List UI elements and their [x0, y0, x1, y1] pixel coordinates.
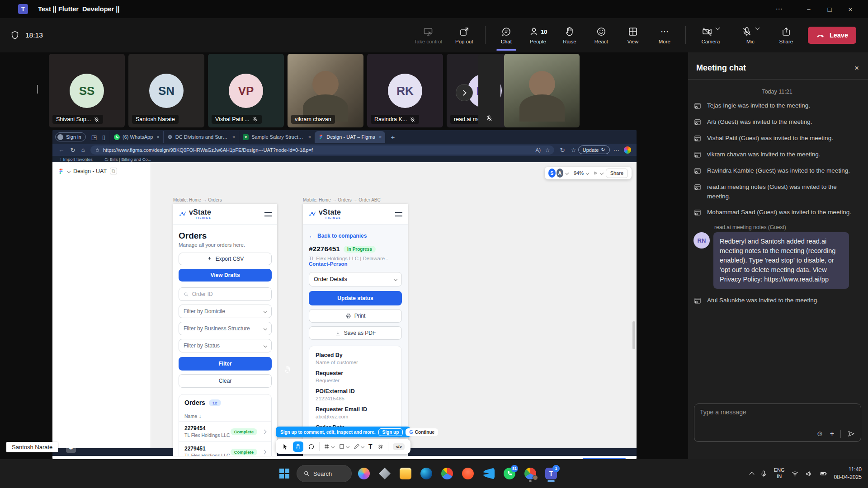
tab-close-icon[interactable]: ×: [232, 134, 235, 140]
tiles-next-icon[interactable]: [456, 84, 473, 101]
participant-tile-partial[interactable]: [478, 54, 500, 127]
app-button[interactable]: [376, 465, 393, 482]
workspaces-icon[interactable]: ◳: [91, 134, 97, 141]
order-details-select[interactable]: Order Details: [309, 272, 402, 286]
taskbar-clock[interactable]: 11:4008-04-2025: [834, 466, 862, 481]
back-icon[interactable]: ←: [58, 146, 65, 153]
browser-tab-figma[interactable]: Design - UAT – Figma ×: [315, 131, 385, 143]
browser-tab-whatsapp[interactable]: (6) WhatsApp ×: [110, 131, 163, 143]
google-continue-button[interactable]: G Continue: [406, 428, 438, 436]
zoom-level[interactable]: 94%: [574, 170, 584, 176]
chat-close-icon[interactable]: ×: [854, 64, 859, 73]
participant-tile[interactable]: vikram chavan: [288, 54, 363, 127]
favorite-star-icon[interactable]: ☆: [545, 147, 550, 153]
copy-icon[interactable]: ⧉: [110, 168, 117, 174]
browser-update-button[interactable]: Update ↻: [578, 145, 610, 154]
language-switcher[interactable]: ENGIN: [774, 467, 785, 480]
refresh-sync-icon[interactable]: ↻: [560, 146, 565, 154]
more-button[interactable]: ⋯ More: [650, 26, 679, 44]
favorites-bar-icon[interactable]: ☆: [571, 146, 576, 154]
import-favorites-link[interactable]: ↑ Import favorites: [60, 157, 93, 162]
play-chevron-icon[interactable]: [600, 171, 604, 175]
hamburger-icon[interactable]: [264, 212, 272, 216]
file-explorer-button[interactable]: [397, 465, 414, 482]
pop-out-button[interactable]: Pop out: [450, 26, 479, 44]
attach-plus-icon[interactable]: +: [830, 430, 834, 438]
teams-button[interactable]: T 1: [542, 465, 560, 482]
read-aloud-icon[interactable]: A): [536, 147, 541, 153]
tray-expand-icon[interactable]: [749, 472, 754, 477]
send-icon[interactable]: [847, 430, 855, 438]
browser-tab-excel[interactable]: X Sample Salary Structure with calc ×: [239, 131, 315, 143]
resources-tool-icon[interactable]: [377, 443, 384, 450]
camera-button[interactable]: Camera: [692, 26, 729, 44]
window-more-icon[interactable]: ⋯: [769, 0, 789, 18]
pen-tool-icon[interactable]: [354, 443, 364, 450]
window-minimize-button[interactable]: −: [798, 0, 819, 18]
wifi-icon[interactable]: [791, 470, 799, 478]
participant-tile[interactable]: VP Vishal Patil ...: [208, 54, 284, 127]
filter-structure-select[interactable]: Filter by Business Structure: [179, 322, 272, 335]
comment-tool-icon[interactable]: [308, 443, 315, 450]
order-id-search[interactable]: [179, 287, 272, 301]
canvas-scrollbar[interactable]: [632, 321, 635, 349]
filter-button[interactable]: Filter: [179, 357, 272, 371]
emoji-icon[interactable]: ☺: [816, 430, 823, 438]
export-csv-button[interactable]: Export CSV: [179, 253, 272, 265]
figma-doc-title[interactable]: Design - UAT: [73, 168, 107, 174]
mic-chevron-icon[interactable]: [755, 26, 760, 30]
refresh-icon[interactable]: ↻: [71, 146, 75, 154]
order-row[interactable]: 2279454 TL Flex Holdings LLC Complete: [179, 421, 271, 441]
volume-icon[interactable]: [805, 470, 813, 478]
column-header[interactable]: Name: [184, 413, 197, 419]
take-control-button[interactable]: Take control: [409, 26, 447, 44]
window-maximize-button[interactable]: □: [819, 0, 840, 18]
whatsapp-button[interactable]: 81: [501, 465, 518, 482]
copilot-icon[interactable]: [624, 146, 631, 154]
share-button[interactable]: Share: [772, 26, 801, 44]
copilot-button[interactable]: [355, 465, 373, 482]
shape-tool-icon[interactable]: [339, 443, 349, 450]
frame-label[interactable]: Mobile: Home → Orders → Order ABC: [303, 197, 381, 202]
address-bar[interactable]: https://www.figma.com/design/9BKQ0FOHRWa…: [90, 145, 554, 155]
new-tab-icon[interactable]: +: [391, 133, 395, 141]
collaborator-avatar[interactable]: A: [557, 169, 564, 178]
print-button[interactable]: Print: [309, 309, 402, 323]
browser-menu-icon[interactable]: ⋯: [613, 146, 620, 154]
favorites-folder-link[interactable]: 🗀 Bills | Billing and Co...: [104, 157, 151, 162]
tab-close-icon[interactable]: ×: [379, 134, 382, 140]
collaborator-avatar[interactable]: S: [548, 169, 556, 178]
brave-button[interactable]: [459, 465, 476, 482]
update-status-button[interactable]: Update status: [309, 291, 402, 305]
move-tool-icon[interactable]: [282, 443, 288, 450]
leave-button[interactable]: Leave: [808, 27, 856, 44]
browser-tab-dc[interactable]: DC Divisions and Surroundings ×: [163, 131, 239, 143]
save-as-pdf-button[interactable]: Save as PDF: [309, 326, 402, 340]
frame-label[interactable]: Mobile: Home → Orders: [173, 197, 222, 202]
tab-close-icon[interactable]: ×: [308, 134, 311, 140]
figma-share-button[interactable]: Share: [606, 169, 628, 178]
url-text[interactable]: https://www.figma.com/design/9BKQ0FOHRWa…: [103, 147, 313, 153]
chrome-profile-button[interactable]: [522, 465, 539, 482]
browser-profile-button[interactable]: Sign in: [55, 132, 86, 141]
sort-icon[interactable]: ↓: [199, 413, 201, 419]
home-icon[interactable]: ⌂: [81, 146, 85, 153]
participant-tile[interactable]: SN Santosh Narate: [128, 54, 204, 127]
chrome-button[interactable]: [439, 465, 456, 482]
frame-tool-icon[interactable]: [324, 443, 334, 450]
people-button[interactable]: 10 People: [524, 26, 552, 44]
filter-status-select[interactable]: Filter by Status: [179, 339, 272, 352]
chat-message-input[interactable]: [700, 408, 855, 427]
hand-tool-icon[interactable]: [293, 441, 303, 452]
avatars-chevron-icon[interactable]: [566, 171, 569, 175]
edge-button[interactable]: [418, 465, 435, 482]
camera-chevron-icon[interactable]: [716, 26, 720, 30]
view-drafts-button[interactable]: View Drafts: [179, 269, 272, 282]
vscode-button[interactable]: [480, 465, 497, 482]
figma-menu-chevron-icon[interactable]: [67, 169, 71, 173]
window-close-button[interactable]: ×: [840, 0, 861, 18]
hamburger-icon[interactable]: [395, 212, 402, 216]
play-icon[interactable]: [593, 170, 598, 176]
tab-close-icon[interactable]: ×: [156, 134, 159, 140]
chat-button[interactable]: Chat: [492, 26, 521, 44]
